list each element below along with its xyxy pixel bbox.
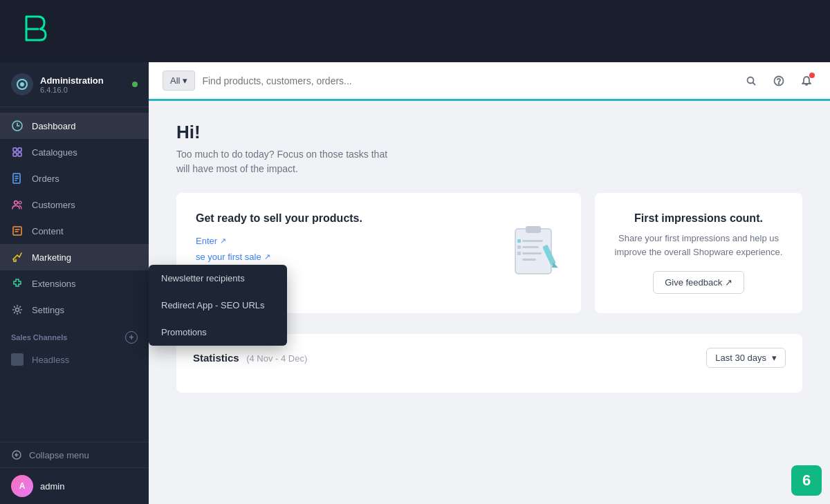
marketing-icon xyxy=(11,251,24,263)
marketing-dropdown-menu: Newsletter recipients Redirect App - SEO… xyxy=(149,265,287,346)
orders-icon xyxy=(11,172,24,185)
sidebar-logo-icon xyxy=(11,73,33,95)
svg-rect-24 xyxy=(517,252,521,255)
checklist-illustration xyxy=(505,221,567,286)
sidebar-item-catalogues[interactable]: Catalogues xyxy=(0,139,149,165)
dropdown-item-promotions[interactable]: Promotions xyxy=(149,319,287,346)
help-button[interactable] xyxy=(769,71,788,91)
add-sales-channel-button[interactable]: + xyxy=(125,331,138,344)
statistics-title: Statistics xyxy=(193,352,239,364)
sidebar-item-customers[interactable]: Customers xyxy=(0,192,149,218)
svg-point-1 xyxy=(20,82,24,86)
svg-rect-10 xyxy=(13,227,21,235)
give-feedback-label: Give feedback ↗ xyxy=(665,277,732,288)
sidebar-item-content-label: Content xyxy=(32,226,64,236)
sidebar-item-settings-label: Settings xyxy=(32,305,64,315)
svg-rect-5 xyxy=(13,153,17,156)
statistics-title-group: Statistics (4 Nov - 4 Dec) xyxy=(193,352,307,364)
logo xyxy=(14,10,55,52)
search-bar: All ▾ xyxy=(149,62,830,101)
svg-point-9 xyxy=(19,201,21,204)
give-feedback-button[interactable]: Give feedback ↗ xyxy=(653,271,744,294)
sales-channels-section: Sales Channels + xyxy=(0,323,149,348)
svg-rect-23 xyxy=(517,245,521,249)
nav-section: Dashboard Catalogues xyxy=(0,107,149,442)
sidebar-title-group: Administration 6.4.16.0 xyxy=(40,75,132,94)
search-input[interactable] xyxy=(202,75,735,86)
svg-point-8 xyxy=(15,201,18,205)
top-bar xyxy=(0,0,830,62)
sidebar-item-dashboard-label: Dashboard xyxy=(32,121,76,131)
date-range-dropdown[interactable]: Last 30 days ▾ xyxy=(706,348,786,368)
dropdown-redirect-label: Redirect App - SEO URLs xyxy=(161,300,265,310)
search-filter-dropdown[interactable]: All ▾ xyxy=(163,71,195,91)
extensions-icon xyxy=(11,277,24,290)
date-range-value: Last 30 days xyxy=(715,353,766,363)
sidebar-item-content[interactable]: Content xyxy=(0,218,149,244)
dropdown-newsletter-label: Newsletter recipients xyxy=(161,273,245,283)
svg-rect-17 xyxy=(526,226,541,233)
dropdown-item-redirect-seo[interactable]: Redirect App - SEO URLs xyxy=(149,292,287,319)
svg-rect-18 xyxy=(522,240,543,242)
greeting-subtitle: Too much to do today? Focus on those tas… xyxy=(176,147,802,176)
impressions-title: First impressions count. xyxy=(634,212,763,225)
sidebar-item-marketing-label: Marketing xyxy=(32,252,71,263)
sidebar-item-orders[interactable]: Orders xyxy=(0,165,149,192)
statistics-header: Statistics (4 Nov - 4 Dec) Last 30 days … xyxy=(193,348,786,368)
sidebar-item-extensions[interactable]: Extensions xyxy=(0,270,149,297)
impressions-text: Share your first impressions and help us… xyxy=(614,232,783,259)
filter-label: All xyxy=(170,75,180,86)
sidebar-item-extensions-label: Extensions xyxy=(32,279,76,289)
admin-avatar: A xyxy=(11,475,33,497)
svg-rect-19 xyxy=(522,246,539,248)
admin-bar: A admin xyxy=(0,467,149,504)
svg-rect-4 xyxy=(18,148,21,151)
external-link-icon-2: ↗ xyxy=(264,252,270,261)
svg-point-15 xyxy=(779,83,780,84)
greeting-title: Hi! xyxy=(176,122,802,143)
sidebar-item-marketing[interactable]: Marketing xyxy=(0,244,149,270)
search-icon-group xyxy=(741,71,816,91)
sidebar-header: Administration 6.4.16.0 xyxy=(0,62,149,107)
content-icon xyxy=(11,225,24,237)
svg-rect-6 xyxy=(18,153,21,156)
svg-rect-20 xyxy=(522,252,542,254)
svg-rect-3 xyxy=(13,148,17,151)
svg-point-11 xyxy=(16,308,19,312)
headless-channel-item: Headless xyxy=(0,348,149,371)
sidebar-item-customers-label: Customers xyxy=(32,200,75,210)
sidebar-item-orders-label: Orders xyxy=(32,174,59,184)
sidebar-item-settings[interactable]: Settings xyxy=(0,297,149,323)
greeting-section: Hi! Too much to do today? Focus on those… xyxy=(176,122,802,176)
sidebar-version: 6.4.16.0 xyxy=(40,86,132,94)
notification-button[interactable] xyxy=(797,71,816,91)
corner-badge-label: 6 xyxy=(802,472,811,489)
collapse-menu-label: Collapse menu xyxy=(29,450,89,460)
collapse-menu-button[interactable]: Collapse menu xyxy=(0,442,149,467)
customers-icon xyxy=(11,198,24,211)
main-layout: Administration 6.4.16.0 Dashboard xyxy=(0,62,830,504)
admin-name: admin xyxy=(40,481,64,492)
sidebar-item-dashboard[interactable]: Dashboard xyxy=(0,113,149,139)
headless-icon xyxy=(11,353,24,366)
greeting-sub-line1: Too much to do today? Focus on those tas… xyxy=(176,149,387,160)
dashboard-icon xyxy=(11,120,24,132)
notification-badge xyxy=(809,73,815,78)
filter-chevron-icon: ▾ xyxy=(183,75,187,86)
dropdown-promotions-label: Promotions xyxy=(161,327,207,337)
search-magnifier-button[interactable] xyxy=(741,71,761,91)
headless-label: Headless xyxy=(32,355,69,365)
first-impressions-card: First impressions count. Share your firs… xyxy=(595,193,802,313)
corner-version-badge: 6 xyxy=(791,465,822,496)
sales-channels-label: Sales Channels xyxy=(11,333,67,342)
svg-rect-22 xyxy=(517,239,521,243)
greeting-sub-line2: will have most of the impact. xyxy=(176,163,298,174)
statistics-date-range: (4 Nov - 4 Dec) xyxy=(246,353,307,364)
date-range-chevron-icon: ▾ xyxy=(772,353,777,363)
sidebar: Administration 6.4.16.0 Dashboard xyxy=(0,62,149,504)
dropdown-item-newsletter[interactable]: Newsletter recipients xyxy=(149,265,287,292)
sidebar-app-name: Administration xyxy=(40,75,132,86)
sidebar-item-catalogues-label: Catalogues xyxy=(32,147,77,158)
catalogues-icon xyxy=(11,146,24,158)
external-link-icon: ↗ xyxy=(220,236,226,245)
